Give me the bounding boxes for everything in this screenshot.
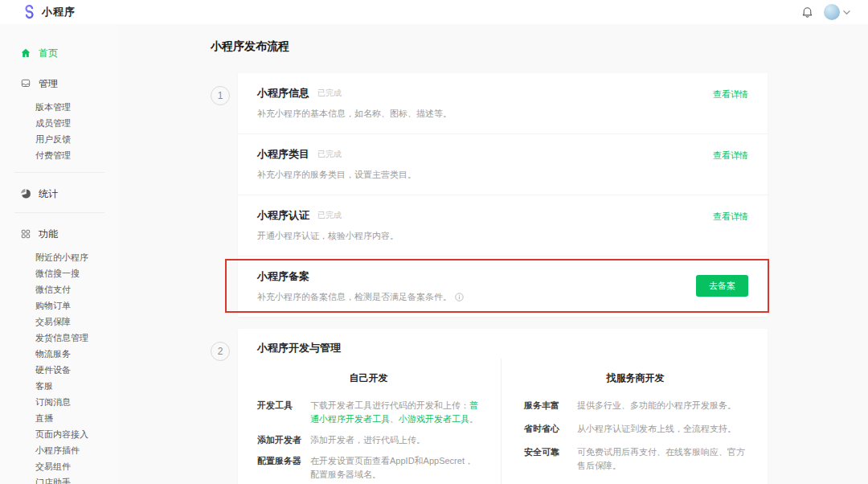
app-logo[interactable]: 小程序 (22, 5, 76, 19)
step-2-number: 2 (211, 342, 230, 361)
row-description: 补充小程序的服务类目，设置主营类目。 (257, 169, 713, 181)
sidebar-divider (14, 172, 104, 173)
features-grid-icon (20, 228, 31, 240)
step-1: 1 小程序信息 已完成 补充小程序的基本信息，如名称、图标、描述等。 查看详情 (211, 73, 768, 317)
sidebar-manage-items: 版本管理 成员管理 用户反馈 付费管理 (0, 99, 119, 163)
step-2-title: 小程序开发与管理 (238, 341, 768, 355)
row-text: 从小程序认证到发布上线，全流程支持。 (577, 422, 747, 436)
row-text: 可免费试用后再支付、在线客服响应、官方售后保障。 (577, 445, 747, 473)
sidebar-item-orders[interactable]: 购物订单 (0, 297, 119, 314)
view-details-link[interactable]: 查看详情 (713, 88, 748, 100)
add-developer-row: 添加开发者 添加开发者，进行代码上传。 (257, 433, 480, 447)
row-label: 服务丰富 (524, 399, 577, 412)
sidebar-item-trade-component[interactable]: 交易组件 (0, 458, 119, 474)
row-label: 开发工具 (257, 399, 310, 426)
miniprogram-logo-icon (22, 5, 36, 19)
app-title: 小程序 (42, 5, 76, 19)
rich-services-row: 服务丰富 提供多行业、多功能的小程序开发服务。 (524, 399, 747, 412)
sidebar-item-feedback[interactable]: 用户反馈 (0, 131, 119, 147)
step-1-card: 小程序信息 已完成 补充小程序的基本信息，如名称、图标、描述等。 查看详情 小程… (238, 73, 768, 317)
column-header: 找服务商开发 (524, 371, 747, 385)
sidebar-item-home[interactable]: 首页 (0, 43, 119, 63)
chevron-down-icon (843, 10, 850, 15)
sidebar-item-page-content[interactable]: 页面内容接入 (0, 426, 119, 442)
account-menu[interactable] (824, 4, 850, 20)
sidebar-item-members[interactable]: 成员管理 (0, 115, 119, 131)
row-description: 补充小程序的基本信息，如名称、图标、描述等。 (257, 108, 713, 120)
row-text: 提供多行业、多功能的小程序开发服务。 (577, 399, 747, 412)
column-header: 自己开发 (257, 371, 480, 385)
row-miniprogram-category: 小程序类目 已完成 补充小程序的服务类目，设置主营类目。 查看详情 (238, 133, 768, 195)
sidebar-item-support[interactable]: 客服 (0, 378, 119, 394)
sidebar-item-version[interactable]: 版本管理 (0, 99, 119, 115)
devtools-minigame-link[interactable]: 小游戏开发者工具 (399, 414, 469, 424)
sidebar-item-live[interactable]: 直播 (0, 410, 119, 426)
sidebar-item-wepay[interactable]: 微信支付 (0, 281, 119, 297)
status-badge: 已完成 (317, 88, 342, 99)
sidebar-section-features[interactable]: 功能 (0, 224, 119, 244)
row-label: 配置服务器 (257, 454, 310, 482)
row-text: 添加开发者，进行代码上传。 (310, 433, 480, 447)
row-text: 下载开发者工具进行代码的开发和上传：普通小程序开发者工具、小游戏开发者工具。 (310, 399, 480, 426)
row-text: 在开发设置页面查看AppID和AppSecret，配置服务器域名。 (310, 454, 480, 482)
time-saving-row: 省时省心 从小程序认证到发布上线，全流程支持。 (524, 422, 747, 436)
view-details-link[interactable]: 查看详情 (713, 150, 748, 162)
status-badge: 已完成 (317, 149, 342, 160)
sidebar-item-payment[interactable]: 付费管理 (0, 147, 119, 163)
row-title: 小程序类目 (257, 147, 309, 162)
sidebar-section-manage[interactable]: 管理 (0, 74, 119, 93)
app-window: 小程序 (0, 0, 868, 484)
row-label: 添加开发者 (257, 433, 310, 447)
sidebar-item-logistics[interactable]: 物流服务 (0, 346, 119, 362)
sidebar-item-nearby[interactable]: 附近的小程序 (0, 249, 119, 265)
sidebar-item-hardware[interactable]: 硬件设备 (0, 362, 119, 378)
row-description: 开通小程序认证，核验小程序内容。 (257, 230, 713, 242)
row-description: 补充小程序的备案信息，检测是否满足备案条件。 (257, 291, 452, 303)
avatar (824, 4, 840, 20)
sidebar-section-label: 管理 (39, 77, 58, 91)
sidebar-section-stats[interactable]: 统计 (0, 184, 119, 203)
sidebar-item-store-assistant[interactable]: 门店助手 (0, 474, 119, 484)
row-label: 省时省心 (524, 422, 577, 436)
sidebar-home-label: 首页 (39, 47, 58, 60)
go-filing-button[interactable]: 去备案 (696, 275, 748, 297)
service-provider-column: 找服务商开发 服务丰富 提供多行业、多功能的小程序开发服务。 省时省心 从小程序… (501, 359, 768, 484)
status-badge: 已完成 (317, 210, 342, 221)
sidebar-section-label: 统计 (39, 187, 58, 201)
row-title: 小程序备案 (257, 269, 309, 284)
sidebar-divider (14, 212, 104, 213)
sidebar: 首页 管理 版本管理 成员管理 用户反馈 付费管理 (0, 24, 119, 484)
server-config-row: 配置服务器 在开发设置页面查看AppID和AppSecret，配置服务器域名。 (257, 454, 480, 482)
info-icon[interactable] (455, 293, 464, 301)
stats-pie-icon (20, 188, 31, 199)
view-details-link[interactable]: 查看详情 (713, 211, 748, 223)
step-1-number: 1 (211, 86, 230, 105)
topbar-right (800, 4, 850, 20)
sidebar-item-search[interactable]: 微信搜一搜 (0, 265, 119, 281)
self-development-column: 自己开发 开发工具 下载开发者工具进行代码的开发和上传：普通小程序开发者工具、小… (238, 359, 501, 484)
notification-bell-icon[interactable] (800, 6, 814, 19)
sidebar-item-shipping-info[interactable]: 发货信息管理 (0, 330, 119, 346)
sidebar-item-plugins[interactable]: 小程序插件 (0, 442, 119, 458)
sidebar-item-subscribe-msg[interactable]: 订阅消息 (0, 394, 119, 410)
row-label: 安全可靠 (524, 445, 577, 473)
topbar: 小程序 (0, 0, 868, 24)
dev-tools-row: 开发工具 下载开发者工具进行代码的开发和上传：普通小程序开发者工具、小游戏开发者… (257, 399, 480, 426)
page-title: 小程序发布流程 (211, 39, 768, 54)
sidebar-feature-items: 附近的小程序 微信搜一搜 微信支付 购物订单 交易保障 发货信息管理 物流服务 … (0, 249, 119, 484)
home-icon (20, 47, 31, 59)
reliable-row: 安全可靠 可免费试用后再支付、在线客服响应、官方售后保障。 (524, 445, 747, 473)
step-2: 2 小程序开发与管理 自己开发 开发工具 下载开发者工具进行代码的开发和上传：普… (211, 329, 768, 484)
step-2-card: 小程序开发与管理 自己开发 开发工具 下载开发者工具进行代码的开发和上传：普通小… (238, 329, 768, 484)
row-title: 小程序认证 (257, 208, 309, 223)
sidebar-section-label: 功能 (39, 228, 58, 241)
row-miniprogram-icp-filing: 小程序备案 补充小程序的备案信息，检测是否满足备案条件。 (238, 256, 768, 317)
row-title: 小程序信息 (257, 86, 309, 100)
main-content: 小程序发布流程 1 小程序信息 已完成 补充小程序的基本信息，如名称、图标、描述… (119, 24, 868, 484)
manage-icon (20, 78, 31, 89)
sidebar-item-guarantee[interactable]: 交易保障 (0, 314, 119, 330)
row-miniprogram-info: 小程序信息 已完成 补充小程序的基本信息，如名称、图标、描述等。 查看详情 (238, 73, 768, 133)
row-miniprogram-verification: 小程序认证 已完成 开通小程序认证，核验小程序内容。 查看详情 (238, 195, 768, 256)
